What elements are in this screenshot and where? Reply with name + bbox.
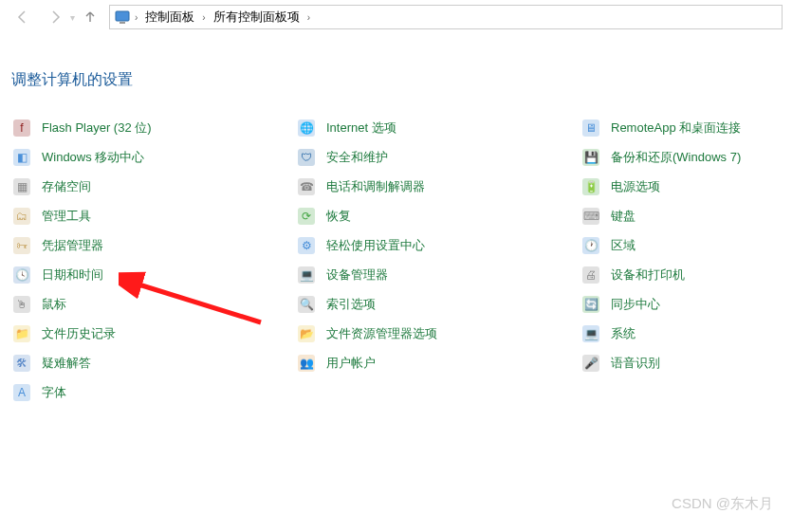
- cp-item-troubleshooting[interactable]: 🛠疑难解答: [11, 348, 296, 377]
- cp-item-remoteapp[interactable]: 🖥RemoteApp 和桌面连接: [580, 113, 792, 142]
- chevron-right-icon: ›: [305, 12, 312, 23]
- svg-text:📁: 📁: [15, 326, 29, 340]
- svg-text:🛠: 🛠: [16, 357, 28, 370]
- svg-rect-0: [116, 11, 129, 21]
- cp-item-backup-restore[interactable]: 💾备份和还原(Windows 7): [580, 142, 792, 172]
- svg-text:⟳: ⟳: [302, 210, 311, 223]
- cp-item-label: 凭据管理器: [42, 237, 103, 254]
- cp-item-system[interactable]: 💻系统: [580, 319, 792, 348]
- cp-item-label: 系统: [611, 325, 635, 342]
- cp-item-file-history[interactable]: 📁文件历史记录: [11, 319, 296, 348]
- cp-item-label: 字体: [42, 384, 66, 401]
- devices-printers-icon: 🖨: [580, 265, 601, 285]
- fonts-icon: A: [11, 382, 32, 403]
- cp-item-mouse[interactable]: 🖱鼠标: [11, 289, 296, 319]
- cp-item-label: 鼠标: [42, 296, 66, 313]
- cp-item-label: 恢复: [326, 208, 351, 225]
- cp-item-label: 轻松使用设置中心: [326, 237, 425, 254]
- chevron-down-icon[interactable]: ▾: [70, 12, 75, 23]
- cp-item-label: 日期和时间: [42, 266, 103, 284]
- remoteapp-icon: 🖥: [580, 118, 601, 138]
- mouse-icon: 🖱: [11, 294, 32, 315]
- phone-modem-icon: ☎: [296, 176, 317, 197]
- troubleshooting-icon: 🛠: [11, 353, 32, 374]
- cp-item-label: 安全和维护: [326, 149, 388, 166]
- cp-item-speech-recognition[interactable]: 🎤语音识别: [580, 348, 792, 377]
- cp-item-label: 键盘: [611, 208, 635, 225]
- svg-text:🖨: 🖨: [585, 268, 597, 282]
- svg-text:📂: 📂: [300, 326, 314, 340]
- cp-item-fonts[interactable]: A字体: [11, 377, 296, 407]
- up-button[interactable]: [77, 4, 103, 30]
- cp-item-credential-manager[interactable]: 🗝凭据管理器: [11, 230, 296, 260]
- cp-item-storage-spaces[interactable]: ▦存储空间: [11, 172, 296, 201]
- svg-text:⌨: ⌨: [583, 210, 599, 223]
- navigation-bar: ▾ › 控制面板 › 所有控制面板项 ›: [0, 0, 792, 34]
- page-title: 调整计算机的设置: [0, 34, 792, 113]
- file-history-icon: 📁: [11, 323, 32, 344]
- svg-text:👥: 👥: [300, 356, 314, 370]
- file-explorer-options-icon: 📂: [296, 323, 317, 344]
- cp-item-device-manager[interactable]: 💻设备管理器: [296, 260, 580, 289]
- sync-center-icon: 🔄: [580, 294, 601, 315]
- cp-item-label: 设备管理器: [326, 266, 388, 284]
- cp-item-mobility-center[interactable]: ◧Windows 移动中心: [11, 142, 296, 172]
- cp-item-label: Windows 移动中心: [42, 149, 144, 166]
- cp-item-label: 区域: [611, 237, 635, 254]
- svg-text:🌐: 🌐: [300, 120, 314, 135]
- cp-item-internet-options[interactable]: 🌐Internet 选项: [296, 113, 580, 142]
- svg-text:🗂: 🗂: [16, 210, 28, 223]
- cp-item-devices-printers[interactable]: 🖨设备和打印机: [580, 260, 792, 289]
- cp-item-security-maintenance[interactable]: 🛡安全和维护: [296, 142, 580, 172]
- svg-text:🕐: 🕐: [584, 238, 599, 252]
- backup-restore-icon: 💾: [580, 147, 601, 168]
- cp-item-ease-of-access[interactable]: ⚙轻松使用设置中心: [296, 230, 580, 260]
- cp-item-admin-tools[interactable]: 🗂管理工具: [11, 201, 296, 230]
- indexing-options-icon: 🔍: [296, 294, 317, 315]
- cp-item-file-explorer-options[interactable]: 📂文件资源管理器选项: [296, 319, 580, 348]
- security-maintenance-icon: 🛡: [296, 147, 317, 168]
- cp-item-date-time[interactable]: 🕓日期和时间: [11, 260, 296, 289]
- cp-item-user-accounts[interactable]: 👥用户帐户: [296, 348, 580, 377]
- user-accounts-icon: 👥: [296, 353, 317, 374]
- breadcrumb-all-items[interactable]: 所有控制面板项: [210, 7, 304, 28]
- breadcrumb-control-panel[interactable]: 控制面板: [141, 7, 198, 28]
- svg-rect-1: [120, 22, 125, 24]
- internet-options-icon: 🌐: [296, 118, 317, 138]
- control-panel-icon: [114, 9, 131, 26]
- cp-item-label: 文件资源管理器选项: [326, 325, 437, 342]
- chevron-right-icon: ›: [133, 12, 139, 23]
- forward-button[interactable]: [42, 4, 68, 30]
- cp-item-label: 备份和还原(Windows 7): [611, 149, 741, 166]
- cp-item-label: 文件历史记录: [42, 325, 116, 342]
- svg-text:🔋: 🔋: [584, 179, 599, 193]
- cp-item-label: RemoteApp 和桌面连接: [611, 119, 741, 137]
- cp-item-indexing-options[interactable]: 🔍索引选项: [296, 289, 580, 319]
- svg-text:A: A: [18, 386, 26, 399]
- cp-item-keyboard[interactable]: ⌨键盘: [580, 201, 792, 230]
- cp-item-phone-modem[interactable]: ☎电话和调制解调器: [296, 172, 580, 201]
- speech-recognition-icon: 🎤: [580, 353, 601, 374]
- cp-item-label: 用户帐户: [326, 355, 376, 372]
- admin-tools-icon: 🗂: [11, 206, 32, 227]
- cp-item-label: 索引选项: [326, 296, 376, 313]
- cp-item-sync-center[interactable]: 🔄同步中心: [580, 289, 792, 319]
- control-panel-items: fFlash Player (32 位)🌐Internet 选项🖥RemoteA…: [0, 113, 792, 407]
- svg-text:☎: ☎: [300, 180, 314, 193]
- cp-item-region[interactable]: 🕐区域: [580, 230, 792, 260]
- mobility-center-icon: ◧: [11, 147, 32, 168]
- ease-of-access-icon: ⚙: [296, 235, 317, 256]
- svg-text:🕓: 🕓: [15, 267, 29, 282]
- cp-item-label: 同步中心: [611, 296, 660, 313]
- svg-text:🔄: 🔄: [584, 297, 599, 311]
- cp-item-recovery[interactable]: ⟳恢复: [296, 201, 580, 230]
- svg-text:🛡: 🛡: [301, 151, 312, 164]
- cp-item-label: 电源选项: [611, 178, 660, 195]
- recovery-icon: ⟳: [296, 206, 317, 227]
- cp-item-power-options[interactable]: 🔋电源选项: [580, 172, 792, 201]
- address-bar[interactable]: › 控制面板 › 所有控制面板项 ›: [109, 5, 783, 29]
- cp-item-label: 设备和打印机: [611, 266, 685, 284]
- back-button[interactable]: [9, 4, 36, 30]
- svg-text:🎤: 🎤: [584, 356, 599, 370]
- cp-item-flash-player[interactable]: fFlash Player (32 位): [11, 113, 296, 142]
